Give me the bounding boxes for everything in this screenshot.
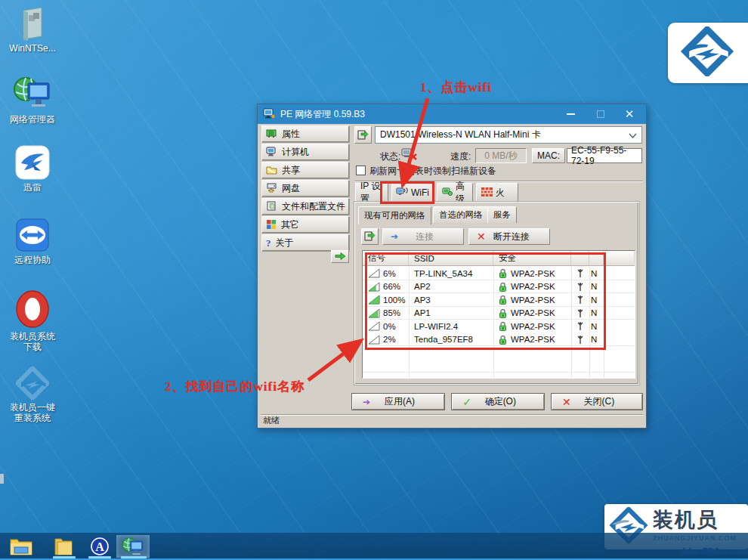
connect-arrow-icon: ➔: [391, 231, 398, 242]
close-button[interactable]: ✕: [614, 104, 644, 124]
force-scan-label: 刷新网卡列表时强制扫描新设备: [369, 165, 496, 178]
taskbar-network-manager-icon[interactable]: [116, 535, 150, 558]
statusbar: 就绪: [261, 414, 643, 426]
refresh-networks-button[interactable]: [361, 228, 379, 245]
taskbar-folder-icon[interactable]: [47, 535, 80, 558]
sidebar-item-computer[interactable]: 计算机: [261, 144, 350, 161]
desktop-icon-label: WinNTSe...: [0, 43, 65, 54]
connect-label: 连接: [398, 230, 451, 243]
zhuangjiyuan-ghost-icon: [0, 367, 65, 400]
config-file-icon: [266, 201, 277, 213]
minimize-button[interactable]: [555, 104, 586, 124]
annotation-box-network-list: [365, 252, 606, 350]
window-app-icon: [263, 108, 275, 121]
firewall-brick-icon: [481, 187, 493, 199]
annotation-step1: 1、点击wifi: [420, 79, 492, 96]
rescan-adapter-button[interactable]: [354, 126, 372, 144]
speed-value: 0 MB/秒: [475, 148, 527, 163]
sidebar-label: 共享: [282, 164, 300, 177]
taskbar-explorer-icon[interactable]: [5, 535, 38, 558]
status-label: 状态:: [380, 150, 400, 163]
connect-button[interactable]: ➔ 连接: [382, 228, 464, 245]
desktop-icon-winntsetup[interactable]: WinNTSe...: [0, 6, 65, 54]
cutoff-icon-sliver: [0, 474, 4, 484]
desktop-icon-network-manager[interactable]: 网络管理器: [0, 74, 65, 125]
desktop-icon-zjy-reinstall[interactable]: 装机员一键 重装系统: [0, 367, 65, 423]
tab-label: 防火墙: [496, 183, 513, 202]
subtab-label: 现有可用的网络: [364, 210, 425, 221]
svg-text:A: A: [95, 540, 104, 553]
annotation-step2: 2、找到自己的wifi名称: [165, 378, 304, 395]
nic-icon: [266, 128, 277, 141]
taskbar: A: [0, 533, 748, 560]
sidebar-label: 文件和配置文件: [282, 200, 345, 213]
tab-firewall[interactable]: 防火墙: [476, 183, 518, 202]
tab-advanced[interactable]: 高级: [437, 183, 473, 202]
subtab-label: 首选的网络: [439, 209, 483, 221]
desktop-icon-remote-assist[interactable]: 远程协助: [0, 218, 65, 265]
close-dialog-button[interactable]: ✕ 关闭(C): [551, 393, 643, 410]
computer-icon: [266, 147, 277, 159]
desktop-icon-label: 下载: [0, 342, 65, 352]
chevron-down-icon: [629, 130, 637, 141]
sidebar-item-properties[interactable]: 属性: [261, 125, 350, 143]
subtab-available-networks[interactable]: 现有可用的网络: [358, 206, 431, 224]
window-titlebar[interactable]: PE 网络管理 0.59.B3 ✕: [258, 104, 646, 124]
globe-monitor-icon: [0, 74, 65, 112]
subtab-label: 服务: [493, 209, 511, 221]
subtab-preferred-networks[interactable]: 首选的网络: [433, 206, 489, 223]
question-mark-icon: ?: [266, 237, 271, 249]
refresh-export-icon: [364, 230, 376, 243]
window-title: PE 网络管理 0.59.B3: [280, 108, 365, 121]
software-box-icon: [0, 6, 65, 41]
disconnect-label: 断开连接: [486, 230, 537, 243]
desktop: WinNTSe... 网络管理器 迅雷: [0, 0, 748, 560]
force-scan-checkbox[interactable]: [356, 166, 366, 175]
adapter-select[interactable]: DW1501 Wireless-N WLAN Half-Mini 卡: [375, 126, 642, 144]
disconnect-x-icon: ✕: [477, 230, 486, 243]
brand-name: 装机员: [653, 509, 719, 531]
sidebar-item-about[interactable]: ? 关于: [261, 234, 350, 252]
zhuangjiyuan-logo-card-top: [668, 23, 748, 83]
squares-icon: [266, 219, 277, 231]
sidebar-item-other[interactable]: 其它: [261, 216, 350, 234]
opera-icon: [0, 289, 65, 329]
sidebar-label: 计算机: [282, 146, 309, 159]
desktop-icon-label: 迅雷: [0, 182, 65, 193]
disconnect-button[interactable]: ✕ 断开连接: [468, 228, 550, 245]
apply-arrow-icon: ➔: [363, 397, 370, 407]
teamviewer-icon: [0, 218, 65, 252]
sidebar-label: 网盘: [282, 182, 300, 195]
network-drive-icon: [266, 183, 277, 195]
speed-label: 速度:: [450, 150, 471, 163]
sidebar-label: 关于: [276, 237, 294, 249]
apply-label: 应用(A): [370, 395, 429, 408]
desktop-icon-xunlei[interactable]: 迅雷: [0, 145, 65, 193]
annotation-box-wifi-tab: [380, 181, 434, 204]
green-arrow-icon: [335, 252, 346, 262]
sidebar-label: 其它: [281, 218, 299, 231]
mac-label[interactable]: MAC:: [532, 148, 565, 163]
taskbar-a-app-icon[interactable]: A: [83, 535, 116, 558]
desktop-icon-label: 装机员系统: [0, 331, 65, 342]
desktop-icon-label: 远程协助: [0, 255, 65, 265]
disconnected-status-icon: [401, 147, 418, 163]
sidebar-item-files[interactable]: 文件和配置文件: [261, 198, 350, 215]
sidebar-item-netdrive[interactable]: 网盘: [261, 180, 350, 197]
desktop-icon-zjy-download[interactable]: 装机员系统 下载: [0, 289, 65, 352]
close-x-icon: ✕: [562, 396, 571, 408]
close-dialog-label: 关闭(C): [571, 395, 627, 408]
subtab-services[interactable]: 服务: [487, 206, 517, 223]
thunder-bird-icon: [0, 145, 65, 180]
adapter-name: DW1501 Wireless-N WLAN Half-Mini 卡: [380, 128, 541, 141]
sidebar-expand-button[interactable]: [331, 250, 349, 263]
sidebar-item-share[interactable]: 共享: [261, 162, 350, 179]
sidebar-label: 属性: [282, 128, 300, 141]
ok-button[interactable]: ✓ 确定(O): [451, 393, 545, 410]
maximize-button[interactable]: [586, 104, 616, 124]
zhuangjiyuan-diamond-icon: [675, 26, 739, 79]
apply-button[interactable]: ➔ 应用(A): [351, 393, 445, 410]
ok-check-icon: ✓: [462, 395, 472, 409]
advanced-icon: [442, 187, 453, 199]
refresh-export-icon: [357, 128, 369, 142]
